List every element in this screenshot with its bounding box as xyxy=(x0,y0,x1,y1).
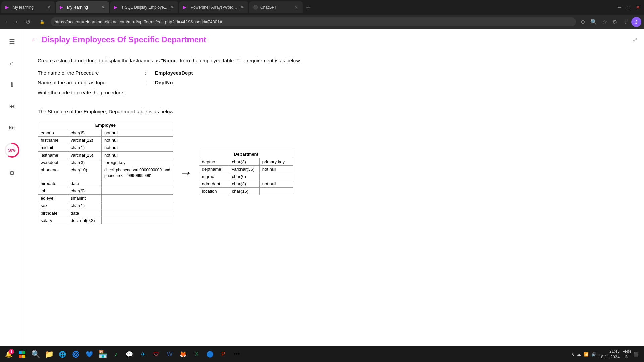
tab-3-close[interactable]: × xyxy=(170,4,174,11)
progress-text: 58% xyxy=(8,148,15,152)
taskbar-chrome[interactable]: 🔵 xyxy=(204,348,216,360)
sidebar-home-icon[interactable]: ⌂ xyxy=(5,56,19,70)
instruction-text: Create a stored procedure, to display th… xyxy=(38,57,631,65)
sidebar-next-icon[interactable]: ⏭ xyxy=(5,121,19,134)
progress-circle: 58% xyxy=(4,142,20,158)
expand-button[interactable]: ⤢ xyxy=(632,36,637,43)
tab-3[interactable]: ▶ T SQL Display Employe... × xyxy=(110,1,178,13)
address-bar[interactable] xyxy=(51,17,576,26)
taskbar-files[interactable]: 📁 xyxy=(43,348,55,360)
content-area: Create a stored procedure, to display th… xyxy=(24,50,644,231)
table-row: firstname varchar(12) not null xyxy=(38,137,173,144)
back-nav-button[interactable]: ← xyxy=(31,36,38,44)
procedure-colon: : xyxy=(145,70,155,76)
taskbar-edge[interactable]: 🌀 xyxy=(70,348,82,360)
tab-5-icon: ⚫ xyxy=(253,5,258,10)
language-display: ENG IN xyxy=(622,349,631,359)
close-button[interactable]: ✕ xyxy=(633,3,643,11)
taskbar-notification[interactable]: 🔔 1 xyxy=(3,348,15,360)
main-content: ← Display Employees Of Specific Departme… xyxy=(24,29,644,346)
nav-bar: ‹ › ↺ 🔒 ⊕ 🔍 ☆ ⚙ ⋮ J xyxy=(0,15,644,29)
tab-4-title: Powershell Arrays-Word... xyxy=(191,5,237,10)
translate-button[interactable]: ⊕ xyxy=(579,17,587,27)
argument-row: Name of the argument as Input : DeptNo xyxy=(38,80,631,85)
time-display: 21:43 xyxy=(599,349,620,354)
extensions-button[interactable]: ⚙ xyxy=(610,17,619,27)
bookmark-button[interactable]: ☆ xyxy=(600,17,609,27)
tab-2-close[interactable]: × xyxy=(101,4,105,11)
taskbar-store[interactable]: 🏪 xyxy=(97,348,109,360)
sidebar-settings-icon[interactable]: ⚙ xyxy=(5,166,19,180)
taskbar-whatsapp[interactable]: 💬 xyxy=(123,348,136,360)
sidebar-info-icon[interactable]: ℹ xyxy=(5,78,19,91)
tab-5[interactable]: ⚫ ChatGPT × xyxy=(249,1,303,13)
page-header: ← Display Employees Of Specific Departme… xyxy=(24,29,644,50)
security-indicator: 🔒 xyxy=(36,17,48,27)
bold-name: Name xyxy=(163,58,177,63)
table-row: deptname varchar(36) not null xyxy=(199,166,293,173)
structure-text: The Structure of the Employee, Departmen… xyxy=(38,109,631,114)
db-diagram: Employee empno char(6) not null firstnam… xyxy=(38,121,631,224)
tab-1[interactable]: ▶ My learning × xyxy=(1,1,55,13)
maximize-button[interactable]: □ xyxy=(625,3,633,11)
tab-5-title: ChatGPT xyxy=(260,5,291,10)
tab-4-icon: ▶ xyxy=(183,5,188,10)
table-row: workdept char(3) foreign key xyxy=(38,159,173,166)
tab-2-icon: ▶ xyxy=(60,5,64,10)
tab-4-close[interactable]: × xyxy=(240,4,244,11)
table-row: empno char(6) not null xyxy=(38,129,173,137)
taskbar-telegram[interactable]: ✈ xyxy=(137,348,149,360)
taskbar-spotify[interactable]: ♪ xyxy=(110,348,122,360)
tab-2-title: My learning xyxy=(67,5,98,10)
tab-4[interactable]: ▶ Powershell Arrays-Word... × xyxy=(179,1,248,13)
profile-button[interactable]: J xyxy=(631,17,641,27)
forward-button[interactable]: › xyxy=(13,17,20,27)
back-button[interactable]: ‹ xyxy=(3,17,10,27)
argument-colon: : xyxy=(145,80,155,85)
search-page-button[interactable]: 🔍 xyxy=(588,17,599,27)
page-title: Display Employees Of Specific Department xyxy=(42,35,206,44)
taskbar-browser1[interactable]: 🌐 xyxy=(56,348,68,360)
table-row: hiredate date xyxy=(38,180,173,187)
table-row: job char(9) xyxy=(38,187,173,195)
taskbar-antivirus[interactable]: 🛡 xyxy=(150,348,162,360)
taskbar-search[interactable]: 🔍 xyxy=(30,348,42,360)
reload-button[interactable]: ↺ xyxy=(23,17,33,27)
tab-bar: ▶ My learning × ▶ My learning × ▶ T SQL … xyxy=(0,0,644,15)
tab-1-close[interactable]: × xyxy=(47,4,51,11)
minimize-button[interactable]: ─ xyxy=(615,3,624,11)
table-row: deptno char(3) primary key xyxy=(199,158,293,166)
tab-1-icon: ▶ xyxy=(5,5,10,10)
sidebar-menu-icon[interactable]: ☰ xyxy=(5,35,19,48)
write-code-text: Write the code to create the procedure. xyxy=(38,89,631,95)
table-row: location char(16) xyxy=(199,188,293,195)
settings-button[interactable]: ⋮ xyxy=(621,17,630,27)
procedure-label: The name of the Procedure xyxy=(38,70,145,76)
taskbar-excel[interactable]: X xyxy=(191,348,203,360)
taskbar-start-button[interactable] xyxy=(16,348,28,360)
taskbar-word[interactable]: W xyxy=(164,348,176,360)
taskbar-vscode[interactable]: 💙 xyxy=(83,348,95,360)
table-row: edlevel smallint xyxy=(38,195,173,202)
tab-2[interactable]: ▶ My learning × xyxy=(56,1,109,13)
tab-3-icon: ▶ xyxy=(114,5,119,10)
taskbar-more[interactable]: ••• xyxy=(231,348,243,360)
argument-value: DeptNo xyxy=(155,80,173,85)
tab-1-title: My learning xyxy=(13,5,44,10)
employee-table: Employee empno char(6) not null firstnam… xyxy=(38,121,173,224)
taskbar-firefox[interactable]: 🦊 xyxy=(177,348,189,360)
taskbar: 🔔 1 🔍 📁 🌐 🌀 💙 🏪 ♪ � xyxy=(0,346,644,362)
system-time: 21:43 18-11-2024 xyxy=(599,349,620,360)
tab-5-close[interactable]: × xyxy=(294,4,299,11)
argument-label: Name of the argument as Input xyxy=(38,80,145,85)
procedure-value: EmployeesDept xyxy=(155,70,193,76)
taskbar-powerpoint[interactable]: P xyxy=(217,348,229,360)
new-tab-button[interactable]: + xyxy=(303,2,313,13)
tab-3-title: T SQL Display Employe... xyxy=(121,5,167,10)
table-row: lastname varchar(15) not null xyxy=(38,152,173,159)
table-row: midinit char(1) not null xyxy=(38,144,173,152)
main-page: ☰ ⌂ ℹ ⏮ ⏭ 58% ⚙ xyxy=(0,29,644,346)
system-tray: ∧ ☁ 📶 🔊 21:43 18-11-2024 ENG IN ⬛ xyxy=(569,349,641,360)
department-table-header: Department xyxy=(199,150,293,158)
sidebar-prev-icon[interactable]: ⏮ xyxy=(5,99,19,113)
